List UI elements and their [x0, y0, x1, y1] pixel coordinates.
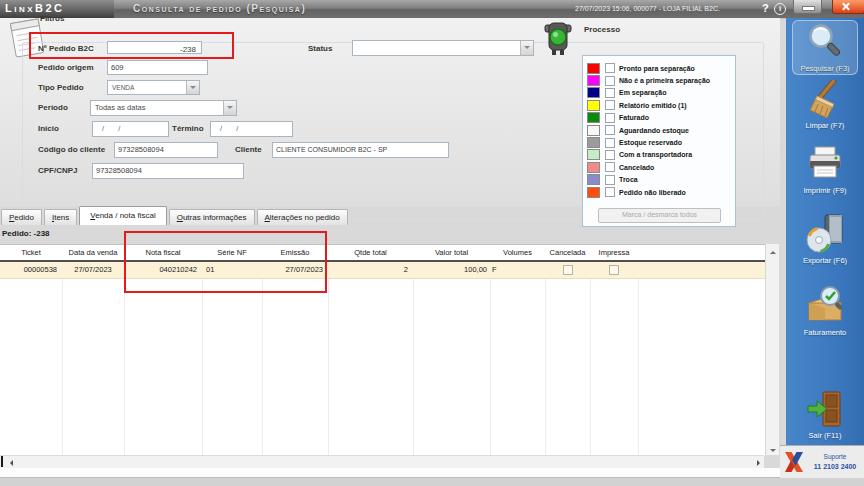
column-guide	[262, 279, 263, 456]
process-checkbox[interactable]	[605, 63, 615, 73]
col-volumes[interactable]: Volumes	[490, 245, 545, 260]
column-guide	[490, 279, 491, 456]
codigo-cliente-input[interactable]: 97328508094	[114, 142, 218, 158]
imprimir-button[interactable]: Imprimir (F9)	[786, 145, 864, 195]
tab-venda-nota-fiscal[interactable]: Venda / nota fiscal	[79, 206, 166, 225]
tab-alteracoes-no-pedido[interactable]: Alterações no pedido	[257, 209, 348, 225]
horizontal-scrollbar[interactable]	[0, 455, 764, 469]
col-serie-nf[interactable]: Série NF	[202, 245, 262, 260]
chevron-down-icon[interactable]	[223, 101, 236, 115]
status-color-swatch	[587, 174, 600, 185]
status-color-swatch	[587, 87, 600, 98]
termino-date-input[interactable]: / /	[210, 121, 293, 137]
inicio-date-input[interactable]: / /	[92, 121, 169, 137]
faturamento-button[interactable]: Faturamento	[786, 283, 864, 337]
process-checkbox[interactable]	[605, 113, 615, 123]
export-disc-icon	[805, 213, 845, 255]
tab-itens[interactable]: Itens	[44, 209, 77, 225]
col-data-da-venda[interactable]: Data da venda	[62, 245, 124, 260]
process-item: Estoque reservado	[583, 136, 735, 148]
filters-group-label: Filtros	[40, 14, 64, 23]
process-item: Cancelado	[583, 161, 735, 173]
window-titlebar: LinxB2C Consulta de pedido (Pesquisa) 27…	[0, 0, 864, 19]
process-checkbox[interactable]	[605, 76, 615, 86]
status-strip	[0, 468, 780, 477]
tipo-pedido-label: Tipo Pedido	[38, 83, 84, 92]
column-guide	[590, 279, 591, 456]
termino-label: Término	[172, 124, 204, 133]
help-icon[interactable]: ?	[762, 2, 769, 14]
process-item: Aguardando estoque	[583, 124, 735, 136]
status-color-swatch	[587, 149, 600, 160]
inicio-label: Início	[38, 124, 59, 133]
close-button[interactable]	[832, 0, 864, 14]
status-color-swatch	[587, 137, 600, 148]
col-emissao[interactable]: Emissão	[262, 245, 328, 260]
scroll-down-icon[interactable]	[766, 443, 779, 455]
pedido-origem-input[interactable]: 609	[107, 60, 208, 75]
impressa-checkbox[interactable]	[609, 265, 619, 275]
scroll-up-icon[interactable]	[766, 244, 779, 256]
cell-volumes: F	[490, 262, 545, 278]
process-checkbox[interactable]	[605, 88, 615, 98]
process-checkbox[interactable]	[605, 187, 615, 197]
cell-qtde-total: 2	[328, 262, 413, 278]
pesquisar-button[interactable]: Pesquisar (F3)	[786, 23, 864, 73]
info-icon[interactable]: i	[774, 3, 786, 15]
process-checkbox[interactable]	[605, 175, 615, 185]
col-cancelada[interactable]: Cancelada	[545, 245, 590, 260]
printer-icon	[806, 145, 844, 185]
cell-cancelada	[545, 262, 590, 278]
cancelada-checkbox[interactable]	[563, 265, 573, 275]
process-checkbox[interactable]	[605, 138, 615, 148]
cpf-cnpj-input[interactable]: 97328508094	[92, 163, 244, 179]
tab-outras-informacoes[interactable]: Outras informações	[169, 209, 255, 225]
cell-ticket: 00000538	[0, 262, 62, 278]
cliente-input[interactable]: CLIENTE CONSUMIDOR B2C - SP	[272, 142, 449, 158]
minimize-button[interactable]	[793, 0, 822, 14]
pedido-b2c-input[interactable]: -238	[107, 41, 202, 54]
sair-button[interactable]: Sair (F11)	[786, 390, 864, 440]
processo-legend: Pronto para separação Não é a primeira s…	[582, 55, 736, 227]
billing-box-icon	[805, 283, 845, 327]
tab-pedido[interactable]: Pedido	[1, 209, 42, 225]
chevron-down-icon[interactable]	[520, 41, 533, 55]
col-nota-fiscal[interactable]: Nota fiscal	[124, 245, 202, 260]
col-qtde-total[interactable]: Qtde total	[328, 245, 413, 260]
process-item: Não é a primeira separação	[583, 74, 735, 86]
toggle-all-button[interactable]: Marca / desmarca todos	[598, 208, 721, 223]
process-checkbox[interactable]	[605, 100, 615, 110]
codigo-cliente-label: Código do cliente	[38, 145, 105, 154]
vertical-scrollbar[interactable]	[765, 244, 779, 455]
column-guide	[328, 279, 329, 456]
status-select[interactable]	[352, 40, 534, 56]
search-icon	[805, 23, 845, 63]
limpar-button[interactable]: Limpar (F7)	[786, 80, 864, 130]
cell-serie-nf: 01	[202, 262, 262, 278]
process-checkbox[interactable]	[605, 162, 615, 172]
processo-title: Processo	[584, 25, 620, 34]
status-label: Status	[308, 44, 332, 53]
tab-bar: Pedido Itens Venda / nota fiscal Outras …	[1, 205, 350, 225]
status-color-swatch	[587, 75, 600, 86]
status-color-swatch	[587, 187, 600, 198]
traffic-light-icon	[541, 21, 575, 57]
minimize-icon	[802, 6, 815, 11]
process-checkbox[interactable]	[605, 150, 615, 160]
table-row[interactable]: 00000538 27/07/2023 040210242 01 27/07/2…	[0, 262, 765, 279]
col-ticket[interactable]: Ticket	[0, 245, 62, 260]
support-phone[interactable]: 11 2103 2400	[806, 462, 864, 471]
periodo-select[interactable]: Todas as datas	[90, 100, 237, 116]
tipo-pedido-select[interactable]: VENDA	[107, 80, 200, 95]
broom-icon	[806, 80, 844, 120]
col-impressa[interactable]: Impressa	[590, 245, 638, 260]
col-valor-total[interactable]: Valor total	[413, 245, 490, 260]
cpf-cnpj-label: CPF/CNPJ	[38, 166, 78, 175]
support-label: Suporte	[806, 453, 864, 462]
exportar-button[interactable]: Exportar (F6)	[786, 213, 864, 265]
session-info: 27/07/2023 15:06, 000077 - LOJA FILIAL B…	[575, 5, 720, 12]
window-title: Consulta de pedido (Pesquisa)	[133, 3, 306, 14]
process-checkbox[interactable]	[605, 125, 615, 135]
bottom-strip	[0, 477, 864, 486]
chevron-down-icon[interactable]	[186, 81, 199, 94]
